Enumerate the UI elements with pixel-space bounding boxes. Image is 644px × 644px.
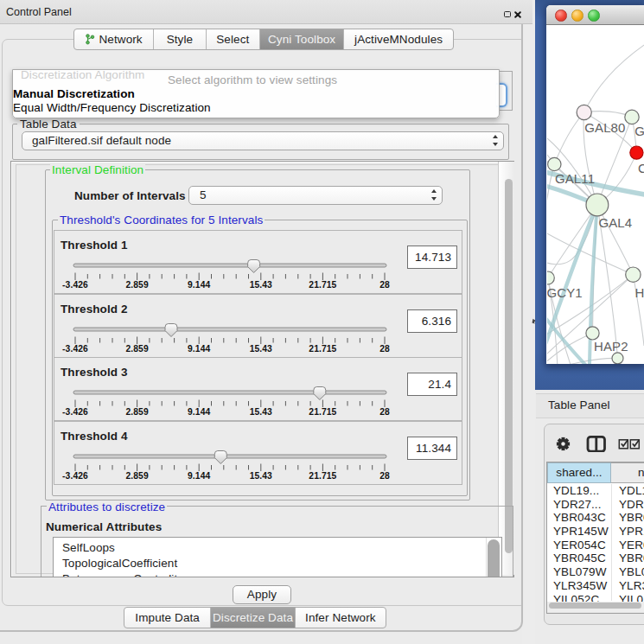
- svg-text:GAL11: GAL11: [555, 171, 595, 186]
- svg-text:C: C: [638, 161, 644, 175]
- svg-text:GA: GA: [634, 124, 644, 138]
- svg-text:GAL4: GAL4: [598, 215, 632, 230]
- svg-text:GCY1: GCY1: [547, 285, 583, 300]
- svg-text:GAL80: GAL80: [584, 120, 625, 135]
- svg-text:H: H: [635, 285, 644, 300]
- svg-text:HAP2: HAP2: [594, 339, 628, 354]
